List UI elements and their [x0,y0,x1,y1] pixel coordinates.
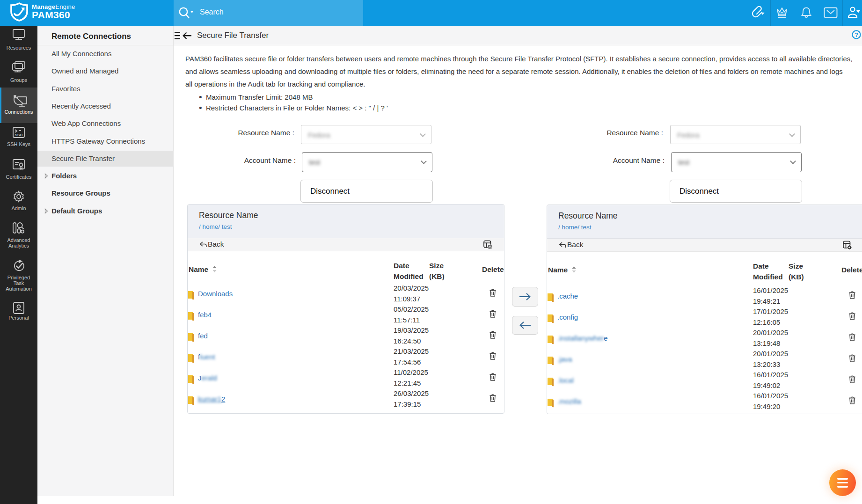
svg-text:?: ? [855,32,858,38]
